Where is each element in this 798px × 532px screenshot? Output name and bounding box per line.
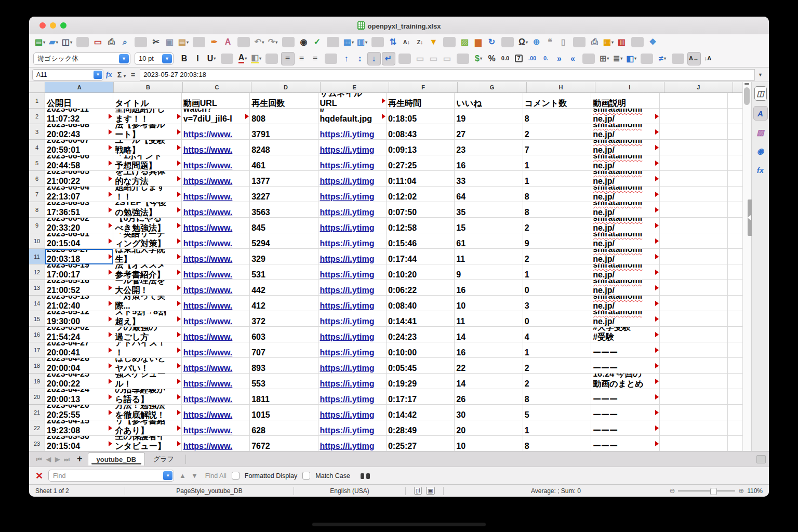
grid-cell[interactable]: 603 [250, 327, 318, 342]
grid-cell[interactable]: https://www. [182, 218, 250, 233]
grid-cell[interactable]: shiratamomine.jp/ [591, 171, 659, 187]
page-style[interactable]: PageStyle_youtube_DB [131, 487, 287, 495]
grid-cell[interactable]: 1811 [250, 389, 318, 405]
row-header[interactable]: 8 [29, 202, 45, 218]
grid-cell[interactable]: 628 [250, 420, 318, 436]
grid-cell[interactable]: ユール【受験戦略】 [113, 140, 181, 155]
grid-cell[interactable]: 20 [455, 420, 523, 436]
grid-cell[interactable]: 27 [455, 124, 523, 140]
column-header[interactable]: J [664, 82, 733, 92]
row-header[interactable]: 18 [29, 358, 45, 374]
grid-cell[interactable]: を上げる具体的な方法 [113, 171, 181, 187]
row-header[interactable]: 15 [29, 311, 45, 327]
grid-cell[interactable]: 2023-06-0820:02:43 [45, 124, 113, 140]
date-format[interactable]: 7 [513, 52, 525, 65]
add-decimal[interactable]: .00 [526, 52, 539, 65]
grid-cell[interactable] [660, 264, 728, 280]
headers-footers[interactable]: ▯ [557, 36, 570, 48]
grid-cell[interactable]: shiratamomine.jp/ [591, 187, 659, 202]
grid-cell[interactable]: ーーー [591, 436, 659, 451]
grid-cell[interactable]: 題紹介します！！ [113, 187, 181, 202]
find-previous-button[interactable]: ▲ [179, 472, 186, 480]
chevron-down-icon[interactable]: ▼ [163, 471, 172, 480]
grid-cell[interactable] [660, 187, 728, 202]
grid-cell[interactable]: 1 [523, 342, 591, 358]
grid-cell[interactable]: https://www. [182, 405, 250, 420]
grid-cell[interactable] [660, 420, 728, 436]
grid-cell[interactable]: shiratamomine.jp/ [591, 264, 659, 280]
grid-cell[interactable]: 0:17:44 [387, 249, 455, 264]
grid-cell[interactable]: 動画URL [182, 93, 250, 109]
grid-cell[interactable] [660, 218, 728, 233]
grid-cell[interactable]: https://www. [182, 249, 250, 264]
grid-cell[interactable]: https://i.ytimg [318, 233, 387, 249]
save[interactable]: ◫▾ [61, 36, 73, 48]
autoformat-table[interactable]: ▦▾ [602, 36, 615, 48]
previous-sheet-button[interactable]: ◀ [46, 456, 51, 463]
grid-cell[interactable]: https://i.ytimg [318, 124, 387, 140]
grid-cell[interactable]: https://www. [182, 311, 250, 327]
grid-cell[interactable]: i/hqdefault.jpg [318, 109, 387, 124]
grid-cell[interactable]: https://www. [182, 436, 250, 451]
grid-cell[interactable]: 11 [455, 311, 523, 327]
grid-cell[interactable]: https://i.ytimg [318, 155, 387, 171]
sep[interactable] [371, 37, 384, 47]
grid-cell[interactable]: 2023-05-2720:03:18 [45, 249, 113, 264]
sort-ascending[interactable]: A↓ [401, 36, 413, 48]
grid-cell[interactable]: shiratamomine.jp/ [591, 109, 659, 124]
grid-cell[interactable]: 8 [523, 202, 591, 218]
name-box[interactable]: A11▼ [32, 69, 103, 81]
grid-cell[interactable]: 2023-04-2620:00:04 [45, 358, 113, 374]
grid-cell[interactable]: 1 [523, 420, 591, 436]
bold[interactable]: B [178, 52, 191, 65]
grid-cell[interactable] [660, 358, 728, 374]
row-header[interactable]: 20 [29, 389, 45, 405]
vertical-scrollbar-thumb[interactable] [744, 87, 750, 105]
function-wizard-icon[interactable]: fx [106, 71, 112, 79]
row-header[interactable]: 16 [29, 327, 45, 342]
row-header[interactable]: 13 [29, 280, 45, 296]
grid-cell[interactable]: はじめないとヤバい！ [113, 358, 181, 374]
chevron-down-icon[interactable]: ▼ [119, 54, 129, 63]
grid-cell[interactable]: 1 [523, 264, 591, 280]
underline[interactable]: U▾ [205, 52, 218, 65]
grid-cell[interactable]: リ【参考書紹介あり】 [113, 420, 181, 436]
grid-cell[interactable] [660, 374, 728, 389]
grid-cell[interactable]: 0:14:41 [387, 311, 455, 327]
grid-cell[interactable] [660, 342, 728, 358]
special-character[interactable]: Ω▾ [517, 36, 529, 48]
grid-cell[interactable]: 2023-06-0220:33:20 [45, 218, 113, 233]
sum-icon[interactable]: Σ ▾ [117, 71, 126, 79]
grid-cell[interactable]: shiratamomine.jp/ [591, 311, 659, 327]
grid-cell[interactable] [660, 405, 728, 420]
grid-cell[interactable]: 7 [523, 140, 591, 155]
grid-cell[interactable]: https://www. [182, 389, 250, 405]
grid-cell[interactable]: 16 [455, 155, 523, 171]
row-header[interactable]: 14 [29, 296, 45, 311]
grid-cell[interactable]: ール管理法を大公開！ [113, 280, 181, 296]
grid-cell[interactable]: https://i.ytimg [318, 218, 387, 233]
align-left[interactable]: ≡ [281, 52, 295, 65]
grid-cell[interactable]: 0:08:40 [387, 296, 455, 311]
row-header[interactable]: 22 [29, 420, 45, 436]
grid-cell[interactable]: 「1ポイント予想問題】 [113, 155, 181, 171]
grid-cell[interactable]: shiratamomine.jp/ [591, 155, 659, 171]
grid-cell[interactable]: 8 [523, 109, 591, 124]
sep[interactable] [135, 37, 147, 47]
sep[interactable] [76, 37, 89, 47]
grid-cell[interactable]: 全問題紹介します！！ [113, 109, 181, 124]
percent-format[interactable]: % [486, 52, 498, 65]
sep[interactable] [221, 54, 233, 64]
grid-cell[interactable]: タイトル [113, 93, 181, 109]
grid-cell[interactable]: 33 [455, 171, 523, 187]
grid-cell[interactable] [660, 233, 728, 249]
grid-cell[interactable]: 2023-04-2420:00:13 [45, 389, 113, 405]
insert-row[interactable]: ▦▾ [342, 36, 355, 48]
grid-cell[interactable]: 再生回数 [250, 93, 318, 109]
grid-cell[interactable]: https://www. [182, 342, 250, 358]
border-color[interactable]: ◧▾ [625, 52, 637, 65]
next-sheet-button[interactable]: ▶ [55, 456, 60, 463]
grid-cell[interactable]: 1 [523, 171, 591, 187]
grid-cell[interactable]: 329 [250, 249, 318, 264]
functions-icon[interactable]: fx [754, 163, 767, 177]
